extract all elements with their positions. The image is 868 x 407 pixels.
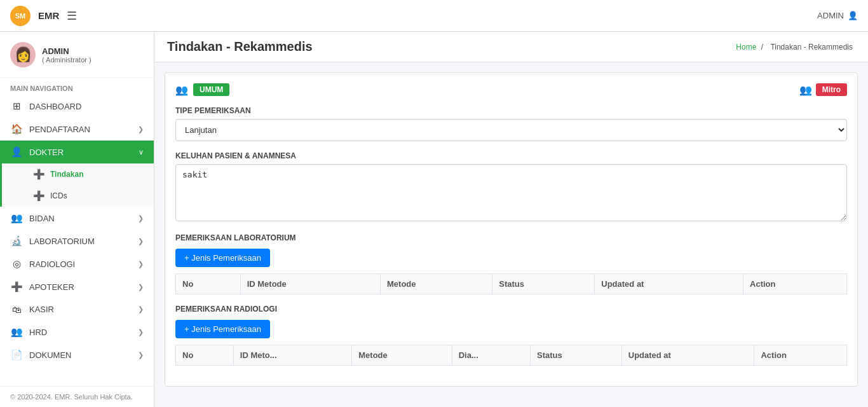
keluhan-pasien-group: KELUHAN PASIEN & ANAMNESA sakit	[175, 151, 847, 223]
sidebar-item-label: DOKTER	[29, 148, 64, 157]
breadcrumb-separator: /	[761, 43, 763, 52]
card-header-right: 👥 Mitro	[799, 83, 847, 96]
radiologi-table-header-row: No ID Meto... Metode Dia... Status Updat…	[176, 345, 847, 366]
navbar-right: ADMIN 👤	[817, 11, 858, 20]
sidebar-footer: © 2020-2024. EMR. Seluruh Hak Cipta.	[0, 386, 154, 407]
sidebar-item-dashboard[interactable]: ⊞ DASHBOARD	[0, 95, 154, 118]
tindakan-icon: ➕	[32, 169, 45, 180]
sidebar-item-label: HRD	[29, 328, 47, 337]
sidebar-item-dokumen[interactable]: 📄 DOKUMEN ❯	[0, 343, 154, 366]
admin-user-icon[interactable]: 👤	[848, 11, 858, 20]
app-logo: SM	[10, 6, 31, 26]
radiologi-icon: ◎	[10, 258, 23, 270]
card-header-left: 👥 UMUM	[175, 83, 229, 96]
chevron-right-icon: ❯	[138, 125, 144, 134]
lab-col-id-metode: ID Metode	[240, 274, 380, 294]
chevron-right-icon: ❯	[138, 328, 144, 336]
icds-icon: ➕	[32, 190, 45, 202]
sidebar-item-label: DOKUMEN	[29, 350, 71, 360]
mitro-person-icon: 👥	[799, 84, 812, 96]
sidebar-item-label: LABORATORIUM	[29, 237, 95, 246]
sidebar-item-radiologi[interactable]: ◎ RADIOLOGI ❯	[0, 252, 154, 275]
rad-col-status: Status	[530, 345, 621, 366]
badge-umum: UMUM	[193, 83, 229, 96]
rad-col-action: Action	[754, 345, 847, 366]
breadcrumb: Home / Tindakan - Rekammedis	[736, 43, 855, 52]
sidebar-section-label: Main Navigation	[0, 78, 154, 95]
lab-col-no: No	[176, 274, 241, 294]
sidebar-subitem-icds[interactable]: ➕ ICDs	[0, 185, 154, 207]
lab-col-metode: Metode	[381, 274, 492, 294]
lab-table-header-row: No ID Metode Metode Status Updated at Ac…	[176, 274, 847, 294]
breadcrumb-home[interactable]: Home	[736, 43, 756, 52]
avatar: 👩	[10, 42, 36, 67]
lab-table: No ID Metode Metode Status Updated at Ac…	[175, 273, 847, 294]
sidebar-item-label: PENDAFTARAN	[29, 125, 90, 134]
rad-col-id-metode: ID Meto...	[233, 345, 352, 366]
sidebar-item-kasir[interactable]: 🛍 KASIR ❯	[0, 298, 154, 321]
hamburger-button[interactable]: ☰	[67, 9, 77, 23]
sidebar-user: 👩 ADMIN ( Administrator )	[0, 32, 154, 78]
chevron-right-icon: ❯	[138, 237, 144, 245]
sidebar-subitem-label: ICDs	[50, 191, 67, 200]
chevron-right-icon: ❯	[138, 351, 144, 359]
sidebar-item-label: KASIR	[29, 305, 54, 314]
chevron-down-icon: ∨	[139, 148, 144, 156]
apoteker-icon: ➕	[10, 281, 23, 293]
radiologi-table: No ID Meto... Metode Dia... Status Updat…	[175, 345, 847, 366]
sidebar-item-label: APOTEKER	[29, 282, 74, 292]
sidebar-item-apoteker[interactable]: ➕ APOTEKER ❯	[0, 275, 154, 298]
hrd-icon: 👥	[10, 326, 23, 338]
tipe-pemeriksaan-label: TIPE PEMERIKSAAN	[175, 106, 847, 115]
sidebar-item-bidan[interactable]: 👥 BIDAN ❯	[0, 207, 154, 230]
card-header: 👥 UMUM 👥 Mitro	[175, 83, 847, 96]
tipe-pemeriksaan-group: TIPE PEMERIKSAAN Lanjutan Baru Kontrol	[175, 106, 847, 141]
content-card: 👥 UMUM 👥 Mitro TIPE PEMERIKSAAN Lanjutan…	[165, 72, 858, 387]
admin-label: ADMIN	[817, 11, 844, 20]
sidebar-item-label: RADIOLOGI	[29, 259, 75, 269]
badge-mitro: Mitro	[816, 83, 847, 96]
user-info: ADMIN ( Administrator )	[42, 46, 92, 64]
radiologi-add-button[interactable]: + Jenis Pemeriksaan	[175, 320, 270, 338]
sidebar-item-label: BIDAN	[29, 214, 55, 223]
keluhan-pasien-textarea[interactable]: sakit	[175, 164, 847, 221]
lab-col-updated-at: Updated at	[595, 274, 743, 294]
user-name: ADMIN	[42, 46, 92, 56]
radiologi-section: PEMERIKSAAN RADIOLOGI + Jenis Pemeriksaa…	[175, 305, 847, 366]
keluhan-pasien-label: KELUHAN PASIEN & ANAMNESA	[175, 151, 847, 160]
sidebar-item-hrd[interactable]: 👥 HRD ❯	[0, 321, 154, 343]
sidebar-item-dokter[interactable]: 👤 DOKTER ∨	[0, 141, 154, 163]
navbar-left: SM EMR ☰	[10, 6, 77, 26]
layout: 👩 ADMIN ( Administrator ) Main Navigatio…	[0, 32, 868, 407]
chevron-right-icon: ❯	[138, 260, 144, 268]
bidan-icon: 👥	[10, 212, 23, 224]
top-navbar: SM EMR ☰ ADMIN 👤	[0, 0, 868, 32]
dokumen-icon: 📄	[10, 349, 23, 361]
sidebar-subitem-tindakan[interactable]: ➕ Tindakan	[0, 163, 154, 185]
main-content: Tindakan - Rekammedis Home / Tindakan - …	[154, 32, 868, 407]
lab-add-button[interactable]: + Jenis Pemeriksaan	[175, 249, 270, 267]
chevron-right-icon: ❯	[138, 305, 144, 314]
tipe-pemeriksaan-select[interactable]: Lanjutan Baru Kontrol	[175, 119, 847, 141]
sidebar: 👩 ADMIN ( Administrator ) Main Navigatio…	[0, 32, 154, 407]
sidebar-item-label: DASHBOARD	[29, 102, 81, 111]
rad-col-no: No	[176, 345, 234, 366]
rad-col-updated-at: Updated at	[621, 345, 754, 366]
pendaftaran-icon: 🏠	[10, 123, 23, 135]
dashboard-icon: ⊞	[10, 100, 23, 112]
app-title: EMR	[38, 10, 59, 21]
chevron-right-icon: ❯	[138, 283, 144, 291]
sidebar-subitem-label: Tindakan	[50, 170, 83, 179]
chevron-right-icon: ❯	[138, 214, 144, 223]
kasir-icon: 🛍	[10, 304, 23, 315]
page-title: Tindakan - Rekammedis	[167, 39, 313, 54]
radiologi-section-title: PEMERIKSAAN RADIOLOGI	[175, 305, 847, 314]
user-role: ( Administrator )	[42, 56, 92, 64]
dokter-icon: 👤	[10, 146, 23, 158]
breadcrumb-current: Tindakan - Rekammedis	[770, 43, 853, 52]
sidebar-item-laboratorium[interactable]: 🔬 LABORATORIUM ❯	[0, 230, 154, 252]
lab-col-action: Action	[743, 274, 847, 294]
sidebar-item-pendaftaran[interactable]: 🏠 PENDAFTARAN ❯	[0, 118, 154, 141]
lab-section-title: PEMERIKSAAN LABORATORIUM	[175, 233, 847, 242]
lab-col-status: Status	[492, 274, 595, 294]
